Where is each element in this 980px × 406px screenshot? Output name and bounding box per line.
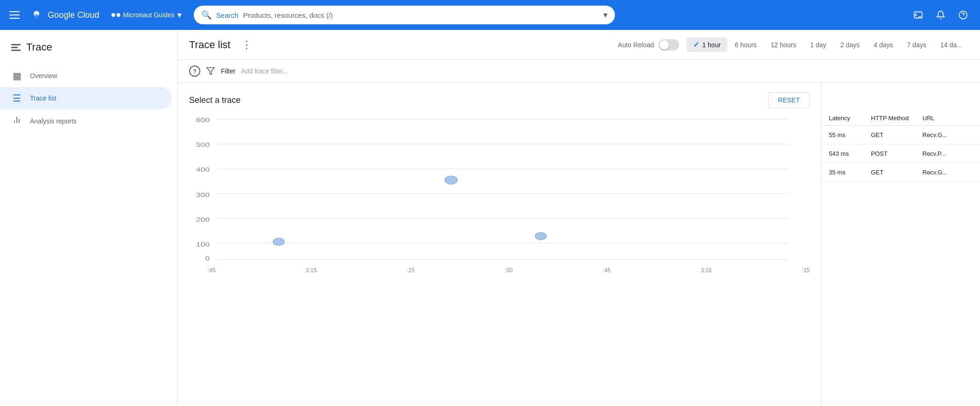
filter-icon <box>206 66 215 76</box>
time-btn-2d[interactable]: 2 days <box>834 38 866 51</box>
sidebar-title: Trace <box>26 41 52 53</box>
project-dots-icon <box>111 13 120 17</box>
svg-text:600: 600 <box>196 117 210 123</box>
page-title: Trace list <box>189 39 230 51</box>
terminal-icon[interactable] <box>909 6 928 24</box>
table-row[interactable]: 35 ms GET Recv.G... <box>821 163 980 182</box>
filter-bar: ? Filter Add trace filter... <box>178 60 980 83</box>
top-nav: Google Cloud Micronaut Guides ▾ 🔍 Search… <box>0 0 980 30</box>
search-label: Search <box>216 11 239 19</box>
x-label-2: :15 <box>407 267 415 274</box>
time-label-6h: 6 hours <box>735 41 757 49</box>
x-label-0: :45 <box>208 267 216 274</box>
time-btn-6h[interactable]: 6 hours <box>728 38 763 51</box>
svg-text:300: 300 <box>196 192 210 198</box>
row-2-url: Recv.G... <box>922 169 973 176</box>
time-btn-12h[interactable]: 12 hours <box>764 38 803 51</box>
filter-help-icon[interactable]: ? <box>189 65 200 77</box>
time-label-2d: 2 days <box>841 41 860 49</box>
row-2-method: GET <box>871 169 922 176</box>
row-0-latency: 55 ms <box>829 131 871 138</box>
svg-text:400: 400 <box>196 167 210 173</box>
time-label-1h: 1 hour <box>702 41 721 49</box>
x-label-5: 3:16 <box>701 267 711 274</box>
row-2-latency: 35 ms <box>829 169 871 176</box>
check-icon: ✓ <box>693 40 699 49</box>
filter-label: Filter <box>221 67 235 75</box>
help-icon[interactable] <box>954 6 973 24</box>
col-header-latency: Latency <box>829 115 871 122</box>
sidebar-header: Trace <box>0 37 177 65</box>
chart-title: Select a trace <box>189 95 241 105</box>
trace-point-3[interactable] <box>535 232 547 240</box>
sidebar-label-overview: Overview <box>30 72 57 80</box>
row-1-latency: 543 ms <box>829 150 871 157</box>
table-row[interactable]: 55 ms GET Recv.G... <box>821 126 980 145</box>
chart-header: Select a trace RESET <box>189 92 810 108</box>
time-label-4d: 4 days <box>874 41 893 49</box>
sidebar-nav: ▦ Overview ☰ Trace list Analysis reports <box>0 65 177 132</box>
svg-text:100: 100 <box>196 241 210 248</box>
trace-list-icon: ☰ <box>11 93 22 104</box>
x-axis: :45 3:15 :15 :30 :45 3:16 :15 <box>189 265 810 274</box>
search-expand-icon[interactable]: ▾ <box>603 10 607 20</box>
trace-scatter-chart[interactable]: 600 500 400 300 200 100 0 <box>189 116 810 265</box>
search-icon: 🔍 <box>201 10 212 20</box>
svg-text:200: 200 <box>196 217 210 223</box>
search-placeholder: Products, resources, docs (/) <box>243 11 333 19</box>
analysis-icon <box>11 115 22 127</box>
time-label-12h: 12 hours <box>771 41 796 49</box>
notification-icon[interactable] <box>931 6 950 24</box>
sidebar-label-trace-list: Trace list <box>30 94 56 102</box>
reset-button[interactable]: RESET <box>768 92 810 108</box>
trace-point-2[interactable] <box>445 176 458 184</box>
x-label-6: :15 <box>802 267 810 274</box>
row-0-method: GET <box>871 131 922 138</box>
filter-input[interactable]: Add trace filter... <box>241 67 288 75</box>
sidebar-item-trace-list[interactable]: ☰ Trace list <box>0 87 172 109</box>
table-row[interactable]: 543 ms POST Recv.P... <box>821 145 980 163</box>
chevron-down-icon: ▾ <box>177 10 182 20</box>
chart-wrapper: 600 500 400 300 200 100 0 <box>189 116 810 265</box>
chart-container: Select a trace RESET 600 500 400 300 200… <box>178 83 821 406</box>
auto-reload-toggle[interactable] <box>658 39 679 51</box>
time-btn-7d[interactable]: 7 days <box>900 38 933 51</box>
time-btn-1d[interactable]: 1 day <box>804 38 833 51</box>
more-options-button[interactable]: ⋮ <box>241 39 252 51</box>
project-selector[interactable]: Micronaut Guides ▾ <box>107 7 186 23</box>
row-1-url: Recv.P... <box>922 150 973 157</box>
sidebar-label-analysis: Analysis reports <box>30 117 77 125</box>
search-bar[interactable]: 🔍 Search Products, resources, docs (/) ▾ <box>194 6 615 24</box>
main-toolbar: Trace list ⋮ Auto Reload ✓ 1 hour 6 hour… <box>178 30 980 60</box>
x-label-3: :30 <box>505 267 513 274</box>
sidebar: Trace ▦ Overview ☰ Trace list Analysis r… <box>0 30 178 406</box>
auto-reload-label: Auto Reload <box>618 41 654 49</box>
svg-text:500: 500 <box>196 142 210 148</box>
svg-text:0: 0 <box>205 255 210 262</box>
trace-header-icon <box>11 44 21 51</box>
col-header-url: URL <box>922 115 973 122</box>
overview-icon: ▦ <box>11 70 22 81</box>
hamburger-menu[interactable] <box>7 9 22 21</box>
x-label-1: 3:15 <box>306 267 316 274</box>
project-name: Micronaut Guides <box>123 11 175 19</box>
col-header-method: HTTP Method <box>871 115 922 122</box>
time-label-1d: 1 day <box>810 41 826 49</box>
time-label-7d: 7 days <box>907 41 926 49</box>
time-btn-1h[interactable]: ✓ 1 hour <box>687 37 727 52</box>
nav-right-icons <box>909 6 973 24</box>
chart-section: Select a trace RESET 600 500 400 300 200… <box>178 83 980 406</box>
svg-marker-8 <box>207 68 215 75</box>
svg-point-0 <box>34 14 39 19</box>
trace-point-1[interactable] <box>273 238 285 246</box>
x-label-4: :45 <box>603 267 611 274</box>
table-header: Latency HTTP Method URL <box>821 111 980 126</box>
time-btn-4d[interactable]: 4 days <box>867 38 900 51</box>
row-1-method: POST <box>871 150 922 157</box>
row-0-url: Recv.G... <box>922 131 973 138</box>
sidebar-item-analysis[interactable]: Analysis reports <box>0 109 172 132</box>
google-cloud-logo: Google Cloud <box>29 7 99 22</box>
time-range-options: ✓ 1 hour 6 hours 12 hours 1 day 2 days 4… <box>687 37 969 52</box>
sidebar-item-overview[interactable]: ▦ Overview <box>0 65 172 87</box>
time-btn-14d[interactable]: 14 da... <box>934 38 969 51</box>
